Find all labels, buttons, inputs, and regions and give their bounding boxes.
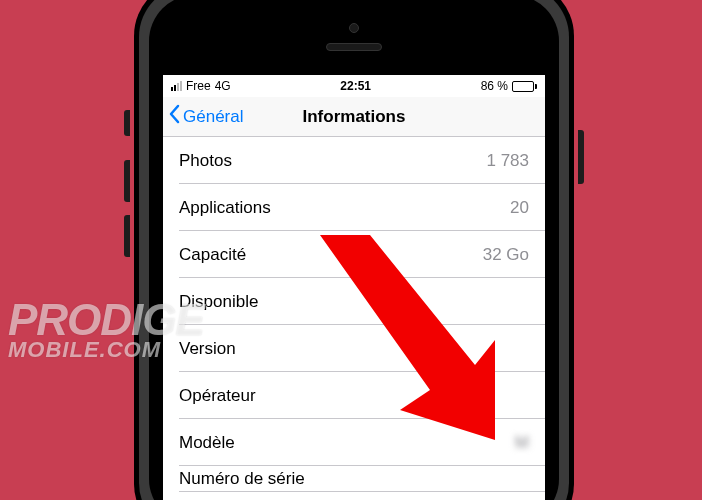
row-version[interactable]: Version [163, 325, 545, 372]
row-value: M [515, 433, 529, 453]
row-photos[interactable]: Photos 1 783 [163, 137, 545, 184]
row-label: Version [179, 339, 236, 359]
row-value: 20 [510, 198, 529, 218]
power-button [578, 130, 584, 184]
battery-icon [512, 81, 537, 92]
mute-switch [124, 110, 130, 136]
row-label: Photos [179, 151, 232, 171]
row-label: Disponible [179, 292, 258, 312]
row-capacity[interactable]: Capacité 32 Go [163, 231, 545, 278]
nav-bar: Général Informations [163, 97, 545, 137]
battery-percent: 86 % [481, 79, 508, 93]
row-label: Modèle [179, 433, 235, 453]
carrier-label: Free [186, 79, 211, 93]
row-label: Applications [179, 198, 271, 218]
row-value: 1 783 [486, 151, 529, 171]
volume-up-button [124, 160, 130, 202]
row-label: Capacité [179, 245, 246, 265]
clock: 22:51 [340, 79, 371, 93]
volume-down-button [124, 215, 130, 257]
phone-frame: Free 4G 22:51 86 % [134, 0, 574, 500]
row-label: Numéro de série [179, 469, 305, 489]
row-applications[interactable]: Applications 20 [163, 184, 545, 231]
back-button[interactable]: Général [167, 104, 243, 129]
signal-icon [171, 81, 182, 91]
row-value: 32 Go [483, 245, 529, 265]
row-serial[interactable]: Numéro de série [163, 466, 545, 492]
status-bar: Free 4G 22:51 86 % [163, 75, 545, 97]
row-label: Opérateur [179, 386, 256, 406]
speaker-grille [326, 43, 382, 51]
back-label: Général [183, 107, 243, 127]
row-available[interactable]: Disponible [163, 278, 545, 325]
row-model[interactable]: Modèle M [163, 419, 545, 466]
chevron-left-icon [167, 104, 181, 129]
screen: Free 4G 22:51 86 % [163, 75, 545, 500]
row-carrier[interactable]: Opérateur [163, 372, 545, 419]
front-camera [349, 23, 359, 33]
network-label: 4G [215, 79, 231, 93]
settings-list[interactable]: Photos 1 783 Applications 20 Capacité 32… [163, 137, 545, 500]
